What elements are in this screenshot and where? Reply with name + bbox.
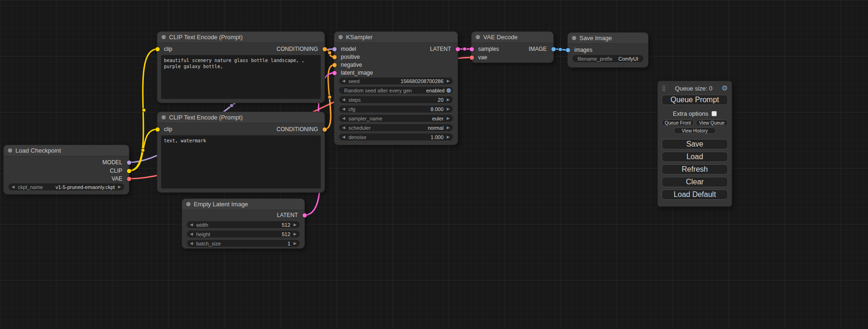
queue-panel: ⣿ Queue size: 0 ⚙ Queue Prompt Extra opt… (658, 81, 732, 206)
output-port-latent[interactable] (303, 213, 307, 217)
widget-denoise[interactable]: ◀ denoise 1.000 ▶ (339, 133, 453, 140)
input-port-clip[interactable] (155, 127, 160, 132)
input-port-images[interactable] (566, 48, 570, 52)
output-port-latent[interactable] (456, 47, 460, 51)
decrement-arrow-icon[interactable]: ◀ (190, 221, 193, 228)
node-title-bar[interactable]: VAE Decode (472, 32, 553, 43)
port-row-clip-conditioning: clip CONDITIONING (157, 125, 325, 133)
queue-front-button[interactable]: Queue Front (662, 119, 694, 126)
extra-options-checkbox[interactable] (712, 111, 717, 116)
node-collapse-dot[interactable] (572, 36, 576, 40)
input-port-latent-image[interactable] (332, 71, 337, 75)
node-collapse-dot[interactable] (186, 202, 191, 206)
view-queue-button[interactable]: View Queue (696, 119, 728, 126)
node-clip-text-encode-positive[interactable]: CLIP Text Encode (Prompt) clip CONDITION… (157, 32, 325, 103)
widget-sampler-name[interactable]: ◀ sampler_name euler ▶ (339, 115, 453, 122)
widget-seed[interactable]: ◀ seed 156680208700286 ▶ (339, 77, 453, 84)
increment-arrow-icon[interactable]: ▶ (118, 183, 121, 190)
decrement-arrow-icon[interactable]: ◀ (342, 133, 345, 140)
node-title-bar[interactable]: Save Image (568, 33, 648, 44)
widget-random-seed-toggle[interactable]: Random seed after every gen enabled (339, 87, 453, 94)
node-ksampler[interactable]: KSampler model LATENT positive negative … (334, 32, 458, 145)
decrement-arrow-icon[interactable]: ◀ (342, 124, 345, 131)
node-title-bar[interactable]: Load Checkpoint (4, 145, 129, 156)
increment-arrow-icon[interactable]: ▶ (294, 240, 296, 247)
node-title-bar[interactable]: KSampler (334, 32, 458, 43)
increment-arrow-icon[interactable]: ▶ (447, 133, 450, 140)
increment-arrow-icon[interactable]: ▶ (447, 105, 450, 112)
increment-arrow-icon[interactable]: ▶ (294, 221, 296, 228)
node-save-image[interactable]: Save Image images filename_prefix ComfyU… (568, 33, 648, 67)
widget-label: height (196, 231, 210, 237)
widget-filename-prefix[interactable]: filename_prefix ComfyUI (572, 55, 643, 62)
output-port-model[interactable] (127, 161, 131, 165)
widget-label: seed (348, 78, 360, 84)
save-button[interactable]: Save (662, 139, 728, 149)
toggle-knob[interactable] (446, 88, 451, 93)
input-label-positive: positive (341, 53, 360, 61)
widget-batch-size[interactable]: ◀ batch_size 1 ▶ (187, 240, 300, 247)
widget-height[interactable]: ◀ height 512 ▶ (187, 231, 300, 238)
widget-label: steps (348, 97, 360, 103)
node-collapse-dot[interactable] (476, 35, 480, 39)
node-clip-text-encode-negative[interactable]: CLIP Text Encode (Prompt) clip CONDITION… (157, 112, 325, 192)
widget-ckpt-name[interactable]: ◀ ckpt_name v1-5-pruned-emaonly.ckpt ▶ (8, 183, 124, 190)
node-vae-decode[interactable]: VAE Decode samples IMAGE vae (472, 32, 553, 63)
queue-prompt-button[interactable]: Queue Prompt (662, 95, 728, 105)
node-collapse-dot[interactable] (162, 115, 166, 119)
increment-arrow-icon[interactable]: ▶ (447, 115, 450, 122)
widget-cfg[interactable]: ◀ cfg 8.000 ▶ (339, 105, 453, 112)
input-port-model[interactable] (332, 47, 337, 51)
input-port-clip[interactable] (155, 47, 160, 51)
decrement-arrow-icon[interactable]: ◀ (342, 115, 345, 122)
prompt-textarea[interactable]: text, watermark (161, 135, 321, 189)
decrement-arrow-icon[interactable]: ◀ (190, 240, 193, 247)
decrement-arrow-icon[interactable]: ◀ (342, 96, 345, 103)
load-default-button[interactable]: Load Default (662, 189, 728, 200)
node-title: Load Checkpoint (15, 147, 61, 154)
output-port-conditioning[interactable] (323, 47, 327, 51)
increment-arrow-icon[interactable]: ▶ (294, 231, 296, 238)
widget-steps[interactable]: ◀ steps 20 ▶ (339, 96, 453, 103)
refresh-button[interactable]: Refresh (662, 164, 728, 175)
input-port-samples[interactable] (470, 47, 474, 51)
port-row-latent-image: latent_image (334, 69, 458, 77)
input-port-vae[interactable] (470, 56, 474, 60)
node-title-bar[interactable]: Empty Latent Image (182, 199, 304, 210)
increment-arrow-icon[interactable]: ▶ (447, 96, 450, 103)
prompt-textarea[interactable]: beautiful scenery nature glass bottle la… (161, 55, 321, 99)
node-empty-latent-image[interactable]: Empty Latent Image LATENT ◀ width 512 ▶ … (182, 199, 304, 248)
decrement-arrow-icon[interactable]: ◀ (12, 183, 14, 190)
output-port-conditioning[interactable] (323, 127, 327, 132)
widget-label: ckpt_name (18, 184, 43, 190)
decrement-arrow-icon[interactable]: ◀ (190, 231, 193, 238)
settings-gear-icon[interactable]: ⚙ (722, 84, 728, 92)
decrement-arrow-icon[interactable]: ◀ (342, 105, 345, 112)
node-load-checkpoint[interactable]: Load Checkpoint MODEL CLIP VAE ◀ ckpt_na… (4, 145, 129, 194)
view-history-row: View History (662, 127, 728, 134)
load-button[interactable]: Load (662, 152, 728, 162)
input-port-positive[interactable] (332, 55, 337, 59)
output-port-vae[interactable] (127, 177, 131, 181)
node-collapse-dot[interactable] (8, 148, 12, 153)
node-title-bar[interactable]: CLIP Text Encode (Prompt) (157, 112, 325, 123)
input-port-negative[interactable] (332, 63, 337, 67)
widget-scheduler[interactable]: ◀ scheduler normal ▶ (339, 124, 453, 131)
node-title-bar[interactable]: CLIP Text Encode (Prompt) (157, 32, 325, 43)
decrement-arrow-icon[interactable]: ◀ (342, 77, 345, 84)
output-port-image[interactable] (551, 47, 556, 51)
clear-button[interactable]: Clear (662, 177, 728, 187)
node-collapse-dot[interactable] (162, 35, 166, 39)
view-history-button[interactable]: View History (674, 127, 716, 134)
widget-label: denoise (348, 134, 367, 140)
output-port-clip[interactable] (127, 169, 131, 173)
widget-width[interactable]: ◀ width 512 ▶ (187, 221, 300, 228)
wire-midpoint-dot (328, 95, 332, 99)
increment-arrow-icon[interactable]: ▶ (447, 124, 450, 131)
increment-arrow-icon[interactable]: ▶ (447, 77, 450, 84)
node-graph-canvas[interactable]: Load Checkpoint MODEL CLIP VAE ◀ ckpt_na… (0, 0, 868, 329)
drag-handle-icon[interactable]: ⣿ (662, 85, 666, 91)
node-collapse-dot[interactable] (339, 35, 343, 39)
output-label-conditioning: CONDITIONING (276, 45, 318, 53)
node-title: VAE Decode (483, 34, 517, 41)
